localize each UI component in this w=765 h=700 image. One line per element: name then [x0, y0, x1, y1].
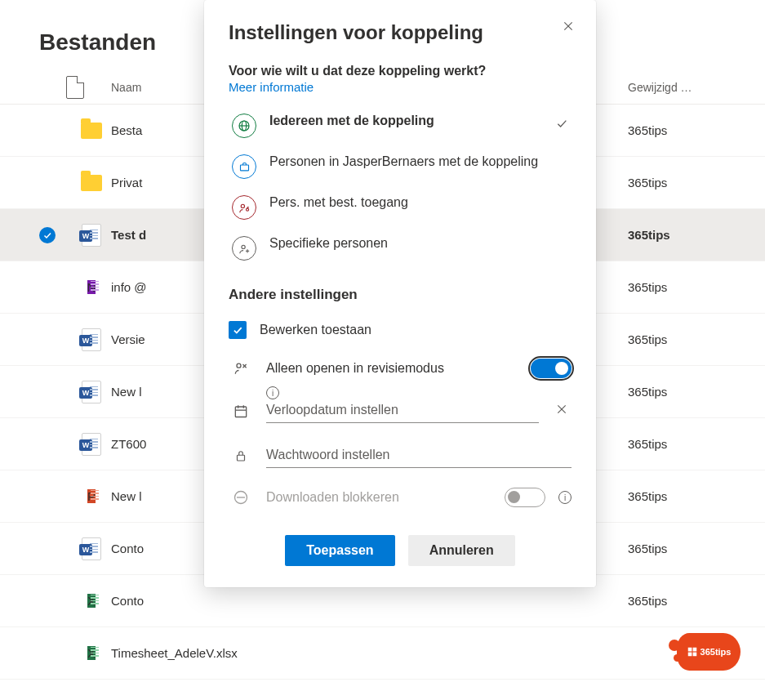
svg-point-7: [246, 208, 248, 211]
review-mode-row: Alleen openen in revisiemodus: [229, 349, 572, 388]
password-row: [229, 433, 572, 478]
xls-icon: X: [82, 590, 101, 613]
briefcase-icon: [232, 154, 256, 179]
file-name: Timesheet_AdeleV.xlsx: [111, 646, 628, 660]
file-modified: 365tips: [628, 332, 726, 346]
word-icon: W: [82, 224, 101, 247]
password-input[interactable]: [266, 443, 572, 468]
globe-icon: [232, 114, 256, 138]
option-existing-access[interactable]: Pers. met best. toegang: [229, 187, 572, 228]
svg-rect-24: [692, 653, 696, 657]
ppt-icon: P: [82, 485, 101, 508]
option-anyone-label: Iedereen met de koppeling: [269, 114, 542, 128]
dialog-title: Instellingen voor koppeling: [229, 21, 572, 44]
allow-editing-checkbox[interactable]: [229, 321, 247, 339]
option-anyone[interactable]: Iedereen met de koppeling: [229, 105, 572, 146]
other-settings-heading: Andere instellingen: [229, 287, 572, 303]
file-modified: 365tips: [628, 280, 726, 294]
file-modified: 365tips: [628, 123, 726, 137]
allow-editing-label: Bewerken toestaan: [260, 323, 572, 337]
svg-rect-22: [692, 648, 696, 652]
clear-expiry-button[interactable]: [552, 399, 572, 422]
option-organization-label: Personen in JasperBernaers met de koppel…: [269, 154, 568, 169]
option-specific-label: Specifieke personen: [269, 236, 568, 251]
brand-badge: 365tips: [677, 633, 741, 671]
block-download-row: Downloaden blokkeren i: [229, 478, 572, 517]
apply-button[interactable]: Toepassen: [285, 535, 394, 566]
brand-label: 365tips: [701, 647, 732, 657]
word-icon: W: [82, 537, 101, 560]
option-existing-label: Pers. met best. toegang: [269, 195, 568, 210]
calendar-icon: [229, 403, 253, 419]
svg-point-6: [241, 204, 244, 207]
review-mode-toggle[interactable]: [531, 359, 572, 378]
review-mode-label: Alleen openen in revisiemodus: [266, 361, 518, 376]
expiry-row: i: [229, 388, 572, 433]
word-icon: W: [82, 381, 101, 404]
person-plus-icon: [232, 236, 256, 261]
xls-icon: X: [82, 642, 101, 665]
folder-icon: [81, 123, 102, 139]
column-modified[interactable]: Gewijzigd …: [628, 81, 726, 94]
svg-rect-12: [235, 407, 246, 417]
learn-more-link[interactable]: Meer informatie: [229, 80, 314, 94]
option-organization[interactable]: Personen in JasperBernaers met de koppel…: [229, 146, 572, 187]
info-icon[interactable]: i: [266, 386, 279, 399]
block-icon: [229, 489, 253, 506]
svg-rect-18: [238, 455, 245, 461]
file-row[interactable]: XTimesheet_AdeleV.xlsx: [0, 627, 765, 680]
review-icon: [229, 360, 253, 377]
expiry-input[interactable]: [266, 398, 539, 423]
folder-icon: [81, 175, 102, 191]
block-download-toggle: [505, 488, 545, 507]
svg-point-11: [237, 363, 241, 368]
file-modified: 365tips: [628, 437, 726, 451]
file-modified: 365tips: [628, 542, 726, 555]
check-icon: [555, 117, 568, 133]
people-lock-icon: [232, 195, 256, 220]
file-modified: 365tips: [628, 228, 726, 242]
file-modified: 365tips: [628, 385, 726, 399]
file-icon: [66, 76, 84, 99]
close-button[interactable]: [557, 15, 580, 41]
info-icon[interactable]: i: [558, 491, 572, 504]
allow-editing-row[interactable]: Bewerken toestaan: [229, 311, 572, 349]
svg-rect-21: [687, 648, 692, 652]
cancel-button[interactable]: Annuleren: [408, 535, 515, 566]
word-icon: W: [82, 328, 101, 351]
selected-check-icon[interactable]: [39, 227, 56, 243]
option-specific-people[interactable]: Specifieke personen: [229, 228, 572, 269]
lock-icon: [229, 448, 253, 464]
svg-point-8: [241, 245, 244, 248]
file-modified: 365tips: [628, 176, 726, 189]
onenote-icon: N: [82, 276, 101, 299]
column-name[interactable]: Naam: [111, 81, 141, 94]
file-modified: 365tips: [628, 489, 726, 503]
svg-rect-23: [687, 653, 692, 657]
block-download-label: Downloaden blokkeren: [266, 490, 491, 505]
word-icon: W: [82, 433, 101, 456]
svg-rect-5: [240, 165, 248, 171]
file-modified: 365tips: [628, 594, 726, 608]
dialog-question: Voor wie wilt u dat deze koppeling werkt…: [229, 64, 572, 78]
file-name: Conto: [111, 594, 628, 608]
link-settings-dialog: Instellingen voor koppeling Voor wie wil…: [204, 0, 596, 587]
